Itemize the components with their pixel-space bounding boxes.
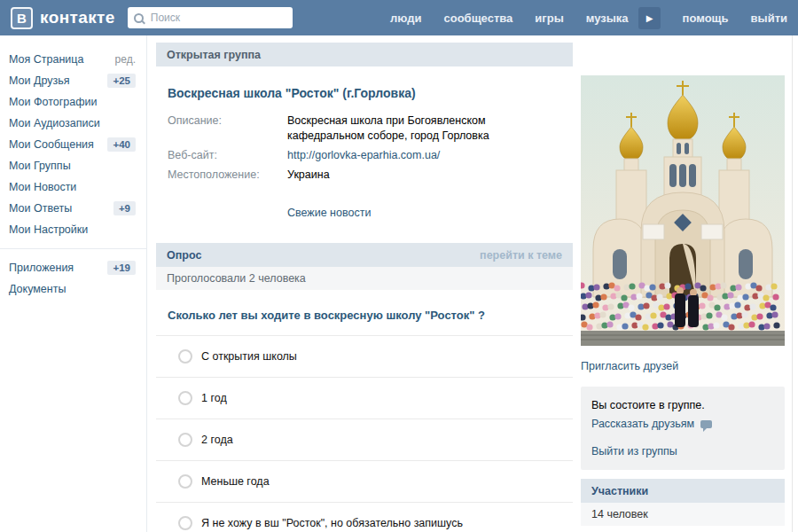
edit-link[interactable]: ред.	[115, 53, 136, 66]
website-link[interactable]: http://gorlovka-eparhia.com.ua/	[287, 149, 440, 161]
info-value: Воскресная школа при Богоявленском кафед…	[287, 113, 518, 144]
group-title: Воскресная школа "Росток" (г.Горловка)	[168, 86, 573, 100]
play-icon: ▶	[646, 13, 653, 23]
group-type-bar: Открытая группа	[156, 43, 573, 66]
poll-option-label: Я не хожу в вш "Росток", но обязательно …	[201, 517, 463, 529]
nav-help[interactable]: помощь	[683, 12, 729, 25]
poll-option-label: С открытия школы	[201, 350, 297, 363]
nav-communities[interactable]: сообщества	[443, 12, 512, 25]
vk-group-page: В контакте люди сообщества игры музыка ▶…	[0, 0, 798, 532]
poll-option-label: 2 года	[201, 434, 233, 446]
poll-option[interactable]: 2 года	[156, 419, 573, 461]
radio-icon[interactable]	[178, 349, 192, 364]
goto-topic-link[interactable]: перейти к теме	[480, 249, 562, 262]
nav-games[interactable]: игры	[535, 12, 563, 25]
search-input[interactable]	[149, 11, 290, 25]
right-column: Пригласить друзей Вы состоите в группе. …	[581, 75, 785, 526]
sidebar-item-label: Мои Аудиозаписи	[9, 117, 136, 129]
sidebar-divider	[0, 248, 146, 249]
radio-icon[interactable]	[178, 516, 192, 530]
info-row-website: Веб-сайт: http://gorlovka-eparhia.com.ua…	[168, 148, 573, 163]
poll-option[interactable]: 1 год	[156, 378, 573, 419]
main-column: Открытая группа Воскресная школа "Росток…	[156, 43, 573, 532]
radio-icon[interactable]	[178, 433, 192, 447]
poll-header-bar: Опрос перейти к теме	[156, 243, 573, 267]
leave-group-link[interactable]: Выйти из группы	[591, 445, 677, 458]
sidebar-item-label: Приложения	[9, 262, 107, 274]
top-header: В контакте люди сообщества игры музыка ▶…	[0, 0, 798, 35]
vk-logo-icon: В	[11, 7, 33, 29]
poll-option-label: Меньше года	[201, 475, 270, 488]
speech-bubble-icon	[700, 420, 712, 428]
membership-box: Вы состоите в группе. Рассказать друзьям…	[581, 387, 785, 470]
info-label: Веб-сайт:	[168, 148, 287, 163]
sidebar-item-news[interactable]: Мои Новости	[0, 176, 146, 198]
sidebar-item-messages[interactable]: Мои Сообщения +40	[0, 134, 146, 155]
nav-people[interactable]: люди	[390, 12, 421, 25]
poll-voted-status: Проголосовали 2 человека	[156, 267, 573, 290]
vk-logo[interactable]: В контакте	[11, 7, 115, 29]
counter-badge: +40	[107, 137, 136, 152]
sidebar-item-label: Мои Фотографии	[9, 96, 136, 108]
sidebar-item-my-page[interactable]: Моя Страница ред.	[0, 49, 146, 70]
music-play-button[interactable]: ▶	[638, 7, 661, 29]
sidebar-item-label: Мои Друзья	[9, 74, 107, 87]
info-row-description: Описание: Воскресная школа при Богоявлен…	[168, 113, 573, 144]
poll-header-label: Опрос	[167, 249, 201, 262]
info-value: Украина	[287, 168, 518, 183]
fresh-news-link[interactable]: Свежие новости	[287, 207, 371, 219]
sidebar-item-groups[interactable]: Мои Группы	[0, 155, 146, 176]
sidebar-item-label: Документы	[9, 283, 136, 295]
counter-badge: +19	[107, 261, 136, 275]
sidebar-item-label: Мои Ответы	[9, 202, 113, 215]
sidebar-item-label: Мои Настройки	[9, 223, 136, 236]
search-icon	[134, 13, 144, 23]
members-count: 14 человек	[581, 503, 785, 526]
counter-badge: +9	[113, 201, 136, 215]
sidebar-item-documents[interactable]: Документы	[0, 278, 146, 300]
sidebar-menu-secondary: Приложения +19 Документы	[0, 257, 146, 300]
search-box[interactable]	[128, 7, 293, 28]
sidebar-item-friends[interactable]: Мои Друзья +25	[0, 70, 146, 91]
members-header-label: Участники	[591, 485, 648, 497]
membership-status: Вы состоите в группе.	[591, 399, 774, 411]
members-header-bar: Участники	[581, 479, 785, 503]
vk-logo-text: контакте	[40, 8, 115, 27]
group-info: Описание: Воскресная школа при Богоявлен…	[168, 113, 573, 183]
info-label: Описание:	[168, 113, 287, 144]
left-sidebar: Моя Страница ред. Мои Друзья +25 Мои Фот…	[0, 35, 147, 532]
sidebar-item-settings[interactable]: Мои Настройки	[0, 219, 146, 240]
radio-icon[interactable]	[178, 474, 192, 489]
sidebar-item-label: Мои Сообщения	[9, 138, 107, 151]
counter-badge: +25	[107, 74, 136, 88]
poll-options: С открытия школы 1 год 2 года Меньше год…	[156, 335, 573, 532]
info-row-location: Местоположение: Украина	[168, 168, 573, 183]
invite-friends-link[interactable]: Пригласить друзей	[581, 360, 678, 372]
sidebar-item-photos[interactable]: Мои Фотографии	[0, 91, 146, 113]
tell-friends-link[interactable]: Рассказать друзьям	[591, 418, 694, 430]
sidebar-item-label: Мои Новости	[9, 181, 136, 193]
poll-option-label: 1 год	[201, 392, 227, 404]
poll-question: Сколько лет вы ходите в воскресную школу…	[168, 309, 573, 322]
sidebar-menu: Моя Страница ред. Мои Друзья +25 Мои Фот…	[0, 49, 146, 240]
group-photo[interactable]	[581, 75, 785, 346]
sidebar-item-label: Мои Группы	[9, 160, 136, 172]
sidebar-item-label: Моя Страница	[9, 53, 115, 66]
sidebar-item-apps[interactable]: Приложения +19	[0, 257, 146, 278]
sidebar-item-answers[interactable]: Мои Ответы +9	[0, 198, 146, 219]
page-right-border	[792, 35, 793, 532]
radio-icon[interactable]	[178, 391, 192, 405]
nav-logout[interactable]: выйти	[751, 12, 787, 25]
header-nav: люди сообщества игры музыка ▶ помощь вый…	[390, 7, 787, 29]
info-label: Местоположение:	[168, 168, 287, 183]
poll-option[interactable]: Я не хожу в вш "Росток", но обязательно …	[156, 503, 573, 532]
poll-option[interactable]: Меньше года	[156, 461, 573, 503]
sidebar-item-audio[interactable]: Мои Аудиозаписи	[0, 113, 146, 134]
group-type-label: Открытая группа	[167, 49, 261, 61]
nav-music[interactable]: музыка	[586, 12, 629, 25]
poll-option[interactable]: С открытия школы	[156, 336, 573, 378]
nav-music-group: музыка ▶	[586, 7, 661, 29]
